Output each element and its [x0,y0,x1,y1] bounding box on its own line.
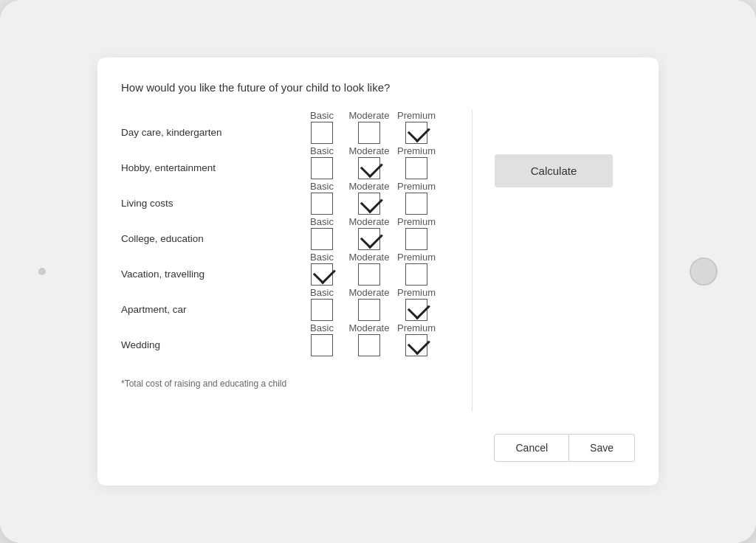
checkbox-basic[interactable] [311,228,333,250]
checkbox-moderate[interactable] [358,122,380,144]
checkbox-premium[interactable] [405,299,427,321]
checkbox-wrap [346,122,393,144]
item-block: BasicModeratePremiumVacation, travelling [121,252,457,286]
checkbox-wrap [393,122,440,144]
checkbox-wrap [393,157,440,179]
checkbox-premium[interactable] [405,228,427,250]
column-header: Moderate [346,110,393,121]
item-block: BasicModeratePremiumApartment, car [121,287,457,321]
item-block: BasicModeratePremiumLiving costs [121,181,457,215]
tablet-frame: How would you like the future of your ch… [0,0,756,543]
row-label: Vacation, travelling [121,263,298,286]
form-row: Wedding [121,333,457,356]
row-label: Hobby, entertainment [121,156,298,179]
form-row: Hobby, entertainment [121,156,457,179]
row-label: Day care, kindergarten [121,121,298,144]
checkbox-premium[interactable] [405,334,427,356]
checkbox-premium[interactable] [405,193,427,215]
checkboxes-group [298,193,440,215]
sub-labels-row: BasicModeratePremium [121,110,457,121]
column-header: Premium [393,216,440,227]
column-header: Moderate [346,216,393,227]
column-header: Premium [393,181,440,192]
checkbox-wrap [393,228,440,250]
checkboxes-group [298,263,440,286]
column-header: Basic [298,287,346,298]
item-block: BasicModeratePremiumCollege, education [121,216,457,250]
sub-labels-row: BasicModeratePremium [121,145,457,156]
column-header: Premium [393,322,440,333]
item-block: BasicModeratePremiumDay care, kindergart… [121,110,457,144]
checkbox-wrap [298,228,346,250]
checkbox-wrap [393,299,440,321]
checkbox-wrap [346,263,393,286]
modal: How would you like the future of your ch… [97,58,659,485]
footer-buttons: Cancel Save [121,434,635,462]
checkbox-moderate[interactable] [358,193,380,215]
column-header: Basic [298,110,346,121]
column-header: Basic [298,322,346,333]
row-label: Wedding [121,333,298,356]
checkbox-premium[interactable] [405,122,427,144]
form-row: College, education [121,227,457,250]
checkbox-basic[interactable] [311,157,333,179]
rows-area: BasicModeratePremiumDay care, kindergart… [121,110,457,358]
save-button[interactable]: Save [569,434,635,462]
column-header: Premium [393,110,440,121]
modal-question: How would you like the future of your ch… [121,81,635,94]
modal-body: BasicModeratePremiumDay care, kindergart… [121,110,635,412]
checkbox-basic[interactable] [311,299,333,321]
sub-labels-row: BasicModeratePremium [121,287,457,298]
checkbox-wrap [393,263,440,286]
checkbox-basic[interactable] [311,122,333,144]
column-header: Moderate [346,252,393,263]
checkbox-wrap [298,157,346,179]
cancel-button[interactable]: Cancel [494,434,569,462]
checkbox-moderate[interactable] [358,263,380,286]
side-section: Calculate [472,110,635,412]
checkbox-basic[interactable] [311,263,333,286]
column-header: Moderate [346,322,393,333]
checkbox-premium[interactable] [405,157,427,179]
checkbox-wrap [346,299,393,321]
checkboxes-group [298,122,440,144]
item-block: BasicModeratePremiumWedding [121,322,457,356]
checkbox-moderate[interactable] [358,228,380,250]
checkbox-basic[interactable] [311,334,333,356]
column-header: Moderate [346,181,393,192]
checkbox-wrap [346,334,393,356]
column-header: Premium [393,252,440,263]
column-header: Basic [298,181,346,192]
column-header: Basic [298,252,346,263]
checkboxes-group [298,299,440,321]
sub-labels-row: BasicModeratePremium [121,322,457,333]
checkbox-basic[interactable] [311,193,333,215]
form-row: Vacation, travelling [121,263,457,286]
column-header: Basic [298,145,346,156]
form-row: Apartment, car [121,298,457,321]
calculate-button[interactable]: Calculate [495,154,613,187]
checkbox-wrap [298,263,346,286]
row-label: Living costs [121,192,298,215]
column-header: Premium [393,287,440,298]
checkbox-moderate[interactable] [358,334,380,356]
checkboxes-group [298,334,440,356]
sub-labels-row: BasicModeratePremium [121,216,457,227]
form-row: Day care, kindergarten [121,121,457,144]
checkbox-moderate[interactable] [358,299,380,321]
checkbox-wrap [298,193,346,215]
checkbox-moderate[interactable] [358,157,380,179]
checkbox-wrap [346,228,393,250]
checkbox-wrap [298,122,346,144]
checkbox-premium[interactable] [405,263,427,286]
checkbox-wrap [346,157,393,179]
row-label: College, education [121,227,298,250]
checkbox-wrap [298,334,346,356]
row-label: Apartment, car [121,298,298,321]
column-header: Moderate [346,145,393,156]
footer-note: *Total cost of raising and educating a c… [121,371,457,389]
tablet-button-left [38,268,46,275]
column-header: Premium [393,145,440,156]
column-header: Basic [298,216,346,227]
checkbox-wrap [346,193,393,215]
